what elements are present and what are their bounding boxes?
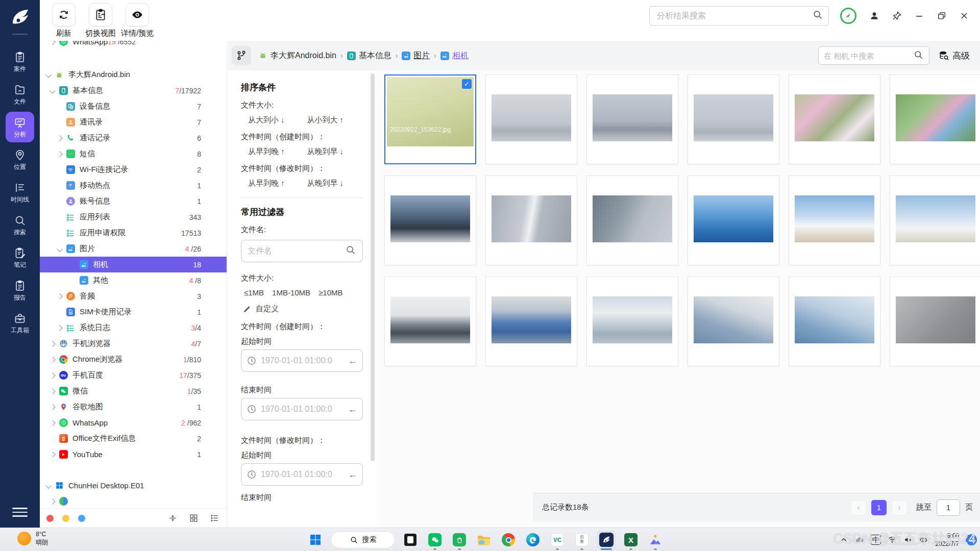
tree-item-Chrome浏览器[interactable]: Chrome浏览器1/810 <box>40 352 227 367</box>
wifi-icon[interactable] <box>888 535 897 544</box>
chevron-right-icon[interactable] <box>50 404 55 410</box>
sidebar-item-工具箱[interactable]: 工具箱 <box>0 307 40 340</box>
taskbar-app-wechat-app[interactable] <box>426 531 444 549</box>
minimize-button[interactable] <box>914 10 925 21</box>
tree-item-图片[interactable]: 图片4 /26 <box>40 241 227 257</box>
photo-thumbnail[interactable] <box>795 195 874 242</box>
notification-badge[interactable]: 2 <box>966 534 977 545</box>
tree-structure-icon[interactable] <box>232 46 251 65</box>
sidebar-item-位置[interactable]: 位置 <box>0 144 40 177</box>
modified-start-input[interactable]: 1970-01-01 01:00:0 ← <box>241 463 363 486</box>
sidebar-item-分析[interactable]: 分析 <box>0 111 40 144</box>
breadcrumb-item-基本信息[interactable]: 基本信息 <box>347 51 391 61</box>
battery-icon[interactable] <box>919 535 928 544</box>
chevron-right-icon[interactable] <box>57 151 62 157</box>
menu-icon[interactable] <box>12 505 28 519</box>
photo-card-7[interactable] <box>384 176 476 265</box>
tree-item-clipped[interactable] <box>40 493 227 508</box>
breadcrumb-item-李大辉Android.bin[interactable]: 李大辉Android.bin <box>258 51 336 61</box>
photo-thumbnail[interactable] <box>795 296 874 343</box>
tree-item-YouTube[interactable]: YouTube1 <box>40 446 227 462</box>
tree-item-音频[interactable]: 音频3 <box>40 288 227 304</box>
taskbar-weather[interactable]: 8°C晴朗 <box>17 530 48 546</box>
chevron-down-icon[interactable] <box>57 246 62 252</box>
photo-thumbnail[interactable] <box>896 296 975 343</box>
photo-card-9[interactable] <box>586 176 678 265</box>
start-button[interactable] <box>306 531 325 549</box>
chevron-right-icon[interactable] <box>50 41 55 44</box>
blue-filter-dot[interactable] <box>78 515 85 522</box>
taskbar-app-lanhu-app[interactable] <box>646 531 665 549</box>
created-end-input[interactable]: 1970-01-01 01:00:0 ← <box>241 398 363 420</box>
photo-thumbnail[interactable] <box>593 195 672 242</box>
tree-item-ChunHei Desktop.E01[interactable]: ChunHei Desktop.E01 <box>40 478 227 493</box>
sort-option[interactable]: 从早到晚↑ <box>248 179 285 188</box>
size-chip-≥10MB[interactable]: ≥10MB <box>318 288 342 297</box>
taskbar-app-task-view[interactable] <box>401 531 420 549</box>
photo-thumbnail[interactable] <box>694 94 773 141</box>
cloud-icon[interactable] <box>855 535 864 544</box>
close-button[interactable] <box>959 10 970 21</box>
taskbar-app-vc-app[interactable]: VC <box>548 531 567 549</box>
tree-item-系统日志[interactable]: 系统日志3/4 <box>40 320 227 336</box>
photo-card-6[interactable] <box>890 74 980 164</box>
sidebar-item-报告[interactable]: 报告 <box>0 274 40 307</box>
page-1-button[interactable]: 1 <box>871 500 887 515</box>
sidebar-item-笔记[interactable]: 笔记 <box>0 242 40 274</box>
custom-size-button[interactable]: 自定义 <box>241 304 363 314</box>
sidebar-item-时间线[interactable]: 时间线 <box>0 177 40 209</box>
chevron-right-icon[interactable] <box>50 420 55 425</box>
tree-item-WhatsApp[interactable]: WhatsApp2 /962 <box>40 415 227 431</box>
photo-thumbnail[interactable] <box>492 296 571 343</box>
tree-item-移动热点[interactable]: 移动热点1 <box>40 178 227 193</box>
next-page-button[interactable]: › <box>892 500 907 515</box>
photo-card-13[interactable] <box>384 277 476 366</box>
photo-card-12[interactable] <box>890 176 980 265</box>
selected-checkbox[interactable]: ✓ <box>462 79 472 89</box>
photo-card-4[interactable] <box>688 74 779 164</box>
chevron-right-icon[interactable] <box>57 325 62 331</box>
reset-arrow-icon[interactable]: ← <box>348 469 357 480</box>
tree-item-基本信息[interactable]: 基本信息7/17922 <box>40 83 227 98</box>
list-view-icon[interactable] <box>210 513 219 523</box>
chevron-right-icon[interactable] <box>50 388 55 394</box>
reset-arrow-icon[interactable]: ← <box>348 404 357 415</box>
created-start-input[interactable]: 1970-01-01 01:00:0 ← <box>241 349 363 372</box>
photo-thumbnail[interactable] <box>492 94 571 141</box>
taskbar-search[interactable]: 搜索 <box>331 531 395 548</box>
photo-card-8[interactable] <box>485 176 577 265</box>
tree-item-李大辉Android.bin[interactable]: 李大辉Android.bin <box>40 67 227 83</box>
yellow-filter-dot[interactable] <box>62 515 69 522</box>
advanced-search-button[interactable]: 高级 <box>939 50 970 62</box>
search-icon[interactable] <box>913 49 924 62</box>
taskbar-clock[interactable]: 9:00 2022/7/7 <box>935 532 959 548</box>
chevron-right-icon[interactable] <box>57 135 62 141</box>
tree-item-手机百度[interactable]: du手机百度17/375 <box>40 367 227 383</box>
sidebar-item-文件[interactable]: 文件 <box>0 79 40 111</box>
photo-thumbnail[interactable] <box>694 195 773 242</box>
switch-view-button[interactable]: 切换视图 <box>86 3 115 38</box>
tree-item-设备信息[interactable]: 设备信息7 <box>40 98 227 114</box>
photo-card-14[interactable] <box>485 277 577 366</box>
chevron-down-icon[interactable] <box>45 483 51 488</box>
taskbar-app-shimo-app[interactable]: 石墨 <box>573 531 591 549</box>
user-icon[interactable] <box>869 10 880 21</box>
sort-option[interactable]: 从晚到早↓ <box>307 179 344 188</box>
detail-preview-button[interactable]: 详情/预览 <box>122 3 152 38</box>
photo-thumbnail[interactable] <box>896 94 975 141</box>
sort-option[interactable]: 从早到晚↑ <box>248 147 285 157</box>
photo-thumbnail[interactable] <box>795 94 874 141</box>
pin-icon[interactable] <box>891 10 902 21</box>
sort-option[interactable]: 从大到小↓ <box>248 115 285 125</box>
photo-thumbnail[interactable] <box>390 296 470 343</box>
photo-card-15[interactable] <box>586 277 678 366</box>
tree-item-应用申请权限[interactable]: 应用申请权限17513 <box>40 225 227 241</box>
taskbar-app-excel[interactable]: X <box>622 531 640 549</box>
photo-card-11[interactable] <box>789 176 880 265</box>
photo-card-16[interactable] <box>688 277 779 366</box>
photo-card-3[interactable] <box>586 74 678 164</box>
size-chip-1MB-10MB[interactable]: 1MB-10MB <box>272 288 310 297</box>
sidebar-item-搜索[interactable]: 搜索 <box>0 209 40 242</box>
sort-option[interactable]: 从小到大↑ <box>307 115 344 125</box>
collapse-panel-icon[interactable] <box>168 513 178 523</box>
